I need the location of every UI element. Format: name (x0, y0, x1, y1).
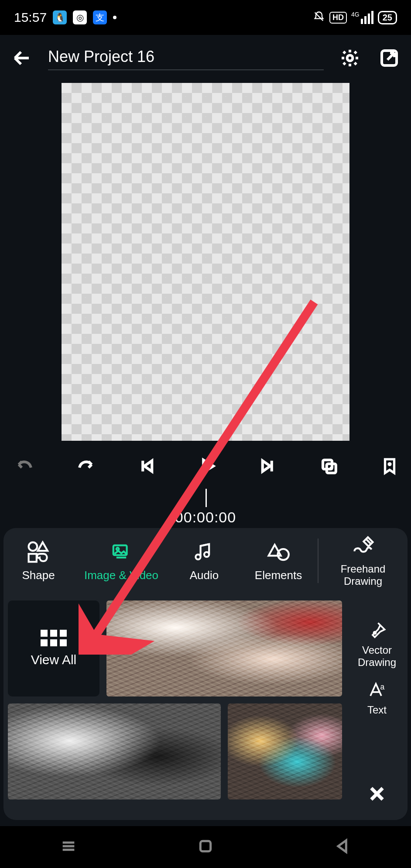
system-nav-bar (0, 826, 411, 868)
svg-text:a: a (380, 683, 385, 691)
undo-button[interactable] (16, 457, 34, 477)
status-right: HD 4G 25 (313, 10, 397, 24)
more-indicator-icon (113, 16, 116, 19)
status-bar: 15:57 🐧 ◎ 支 HD 4G 25 (0, 0, 411, 35)
tab-shape[interactable]: Shape (3, 528, 73, 594)
alipay-icon: 支 (93, 10, 107, 24)
settings-button[interactable] (337, 45, 363, 73)
signal-icon: 4G (351, 11, 373, 24)
vector-drawing-button[interactable]: Vector Drawing (358, 620, 396, 668)
project-title-field[interactable]: New Project 16 (48, 48, 324, 70)
app-icon-2: ◎ (73, 10, 87, 24)
square-icon (197, 837, 214, 855)
close-panel-button[interactable] (366, 782, 388, 805)
side-tools: Vector Drawing a Text (346, 594, 408, 820)
export-button[interactable] (376, 45, 402, 73)
current-time: 00:00:00 (175, 509, 236, 526)
tool-panel: Shape Image & Video Audio Elements (3, 528, 408, 820)
play-button[interactable] (198, 457, 216, 477)
text-button[interactable]: a Text (366, 679, 388, 716)
mute-icon (313, 10, 325, 24)
grid-icon (41, 630, 67, 646)
playhead-icon (206, 489, 207, 507)
tool-tabs: Shape Image & Video Audio Elements (3, 528, 408, 594)
svg-point-5 (29, 542, 38, 551)
media-thumbnail[interactable] (106, 600, 342, 696)
duplicate-button[interactable] (320, 457, 338, 477)
canvas-area[interactable] (0, 83, 411, 445)
media-thumbnail[interactable] (228, 703, 342, 799)
battery-indicator: 25 (378, 11, 397, 24)
gear-icon (339, 62, 360, 70)
status-left: 15:57 🐧 ◎ 支 (14, 10, 116, 25)
bookmark-button[interactable] (380, 457, 399, 477)
tab-elements[interactable]: Elements (239, 528, 318, 594)
tab-image-video[interactable]: Image & Video (73, 528, 169, 594)
svg-rect-6 (29, 554, 37, 562)
freehand-icon (351, 534, 375, 559)
home-button[interactable] (197, 837, 214, 857)
hd-badge: HD (329, 12, 347, 24)
tab-freehand-drawing[interactable]: Freehand Drawing (319, 528, 408, 594)
sys-back-button[interactable] (334, 837, 351, 857)
close-icon (366, 782, 388, 805)
svg-rect-13 (200, 841, 210, 851)
elements-icon (266, 540, 291, 564)
svg-point-1 (347, 55, 353, 61)
text-icon: a (366, 679, 388, 701)
skip-end-button[interactable] (259, 457, 277, 477)
app-header: New Project 16 (0, 35, 411, 83)
status-time: 15:57 (14, 10, 47, 25)
redo-button[interactable] (76, 457, 95, 477)
playback-controls (0, 445, 411, 489)
media-grid: View All (3, 594, 346, 820)
view-all-button[interactable]: View All (8, 600, 99, 696)
shape-icon (26, 540, 51, 564)
timeline-area[interactable]: 00:00:00 (0, 489, 411, 528)
pen-nib-icon (366, 620, 388, 642)
tab-audio[interactable]: Audio (169, 528, 239, 594)
recents-button[interactable] (60, 837, 77, 857)
notification-app-icon: 🐧 (53, 10, 67, 24)
app-screen: 15:57 🐧 ◎ 支 HD 4G 25 (0, 0, 411, 868)
export-icon (379, 62, 400, 70)
skip-start-button[interactable] (137, 457, 156, 477)
triangle-left-icon (334, 837, 351, 855)
menu-icon (60, 837, 77, 855)
image-video-icon (109, 540, 134, 564)
transparent-canvas (62, 83, 349, 441)
audio-icon (192, 540, 216, 564)
back-button[interactable] (9, 45, 35, 73)
project-title: New Project 16 (48, 48, 324, 66)
media-thumbnail[interactable] (8, 703, 221, 799)
arrow-left-icon (11, 62, 32, 70)
